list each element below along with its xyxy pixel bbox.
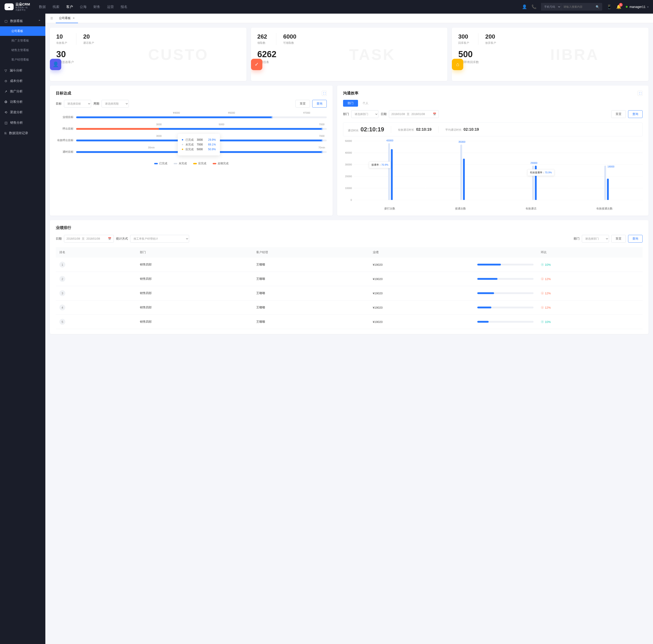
search-input[interactable] (561, 5, 593, 8)
nav-items: 数据线索客户公海财务运营报名 (39, 3, 522, 10)
dept-select[interactable]: 请选择部门 (351, 110, 379, 118)
tabs-bar: ☰ 公司看板 ✕ (45, 14, 653, 23)
x-label: 有效接通次数 (596, 207, 613, 211)
change-indicator: ↓12% (541, 277, 639, 281)
close-icon[interactable]: ✕ (73, 17, 75, 20)
sidebar-item[interactable]: ✪访客分析 (0, 97, 45, 107)
ranking-table: 排名部门客户经理业绩环比 1 销售四部 王嘟嘟 ¥19020 ↑10%2 销售四… (56, 247, 643, 329)
search-type-select[interactable]: 手机号码 (541, 3, 561, 11)
date-range[interactable]: 2018/01/08 至 2018/01/08 📅 (64, 235, 114, 243)
sidebar: ▢ 数据看板 ⌃ 公司看板推广主管看板销售主管看板客户经理看板 ▽漏斗分析⊙成本… (0, 14, 45, 644)
x-label: 有效通话 (526, 207, 536, 211)
rank-badge: 3 (59, 290, 65, 296)
col-header (474, 247, 537, 257)
status-dot (626, 6, 628, 8)
stat-icon: ⌂ (452, 59, 463, 70)
x-label: 拨打次数 (384, 207, 395, 211)
stat-card: IIBRA 300回库客户 200放弃客户 500 今日即将回库数 ⌂ (452, 28, 649, 81)
rank-badge: 2 (59, 276, 65, 282)
user-menu[interactable]: manager11 ▾ (626, 5, 649, 8)
nav-item[interactable]: 运营 (107, 3, 114, 10)
bell-icon[interactable]: 🔔5 (616, 4, 621, 9)
query-button[interactable]: 查询 (312, 100, 327, 108)
nav-item[interactable]: 数据 (39, 3, 46, 10)
stat-number: 6000 (283, 33, 296, 40)
seg-tab[interactable]: 部门 (343, 100, 358, 107)
stat-method-select[interactable]: 按工单客户经理统计 (130, 235, 189, 243)
chevron-down-icon: ▾ (647, 6, 649, 8)
sidebar-item[interactable]: ⎘数据流转记录 (0, 128, 45, 138)
main: ☰ 公司看板 ✕ CUSTO 10有效客户 20通话客户 30 今日首咨客户 👤… (45, 14, 653, 644)
nav-item[interactable]: 客户 (66, 3, 73, 10)
stat-number: 200 (485, 33, 496, 40)
bar-group: 18000 (604, 166, 609, 200)
logo-icon: ☁ (4, 3, 14, 10)
mobile-icon[interactable]: 📱 (607, 4, 612, 9)
nav-item[interactable]: 公海 (80, 3, 87, 10)
panel-title: 沟通效率 (343, 91, 359, 96)
phone-icon[interactable]: 📞 (531, 4, 536, 9)
panel-title: 业绩排行 (56, 225, 643, 230)
seg-tab[interactable]: 个人 (358, 100, 373, 107)
reset-button[interactable]: 重置 (611, 110, 626, 118)
period-select[interactable]: 请选择周期 (102, 100, 129, 108)
sidebar-item[interactable]: 销售主管看板 (0, 45, 45, 55)
logo[interactable]: ☁ 云朵CRM 教育机构一站式服务平台 (4, 2, 30, 12)
legend-item: 超额完成 (213, 162, 228, 165)
nav-item[interactable]: 报名 (121, 3, 127, 10)
stat-icon: ✓ (251, 59, 262, 70)
date-range[interactable]: 2018/01/08 至 2018/01/08 📅 (389, 110, 439, 118)
rank-badge: 1 (59, 262, 65, 268)
panel-comm: 沟通效率 ⛶ 部门个人 部门 请选择部门 日期 2018/01/08 至 201… (337, 86, 649, 215)
sidebar-item[interactable]: ⊙成本分析 (0, 76, 45, 86)
table-row: 5 销售四部 王嘟嘟 ¥19020 ↑10% (56, 315, 643, 329)
change-indicator: ↑10% (541, 263, 639, 267)
chart-tooltip: 已完成300029.9%未完成700069.1%应完成500050.9% (178, 134, 220, 156)
dept-select[interactable]: 请选择部门 (582, 235, 609, 243)
change-indicator: ↓12% (541, 292, 639, 295)
target-select[interactable]: 请选择目标 (64, 100, 91, 108)
tab-company-dashboard[interactable]: 公司看板 ✕ (56, 14, 78, 23)
user-icon[interactable]: 👤 (522, 4, 527, 9)
stat-big-number: 500 (458, 49, 642, 59)
panel-goals: 目标达成 ⛶ 目标 请选择目标 周期 请选择周期 重置 查询 业绩目标¥4000… (50, 86, 333, 215)
search-box: 手机号码 🔍 (541, 3, 602, 11)
bar-group: 43000 (388, 143, 393, 200)
rank-badge: 5 (59, 319, 65, 325)
search-button[interactable]: 🔍 (593, 5, 602, 8)
sidebar-group-dashboard[interactable]: ▢ 数据看板 ⌃ (0, 16, 45, 26)
callout-effective-rate: 有效接通率：70.9% (527, 169, 554, 176)
query-button[interactable]: 查询 (628, 235, 643, 243)
col-header: 业绩 (369, 247, 474, 257)
sidebar-item[interactable]: ▽漏斗分析 (0, 65, 45, 76)
expand-icon[interactable]: ⛶ (637, 91, 643, 96)
goal-row: 业绩目标¥4000¥6000¥7000 (56, 115, 327, 119)
sidebar-item[interactable]: ↗推广分析 (0, 86, 45, 97)
notif-badge: 5 (619, 3, 623, 6)
search-icon: 🔍 (596, 5, 600, 8)
chevron-up-icon: ⌃ (38, 19, 41, 23)
menu-toggle-icon[interactable]: ☰ (48, 17, 56, 20)
expand-icon[interactable]: ⛶ (322, 91, 327, 96)
nav-item[interactable]: 财务 (93, 3, 100, 10)
sidebar-item[interactable]: ⟲渠道分析 (0, 107, 45, 118)
menu-icon: ✪ (4, 100, 7, 104)
nav-item[interactable]: 线索 (53, 3, 59, 10)
reset-button[interactable]: 重置 (611, 235, 626, 243)
stat-number: 10 (56, 33, 67, 40)
logo-title: 云朵CRM (16, 2, 30, 6)
legend-item: 应完成 (193, 162, 206, 165)
calendar-icon: 📅 (108, 237, 111, 240)
menu-icon: ◫ (4, 121, 7, 124)
x-label: 接通次数 (455, 207, 466, 211)
col-header: 环比 (537, 247, 643, 257)
query-button[interactable]: 查询 (628, 110, 643, 118)
stat-number: 300 (458, 33, 469, 40)
sidebar-item[interactable]: ◫销售分析 (0, 118, 45, 128)
sidebar-item[interactable]: 公司看板 (0, 26, 45, 36)
reset-button[interactable]: 重置 (295, 100, 310, 108)
stat-card: TASK 262领取数 6000可领取数 6262 今日任务 ✓ (251, 28, 448, 81)
sidebar-item[interactable]: 推广主管看板 (0, 36, 45, 45)
calendar-icon: 📅 (433, 113, 436, 116)
sidebar-item[interactable]: 客户经理看板 (0, 55, 45, 65)
